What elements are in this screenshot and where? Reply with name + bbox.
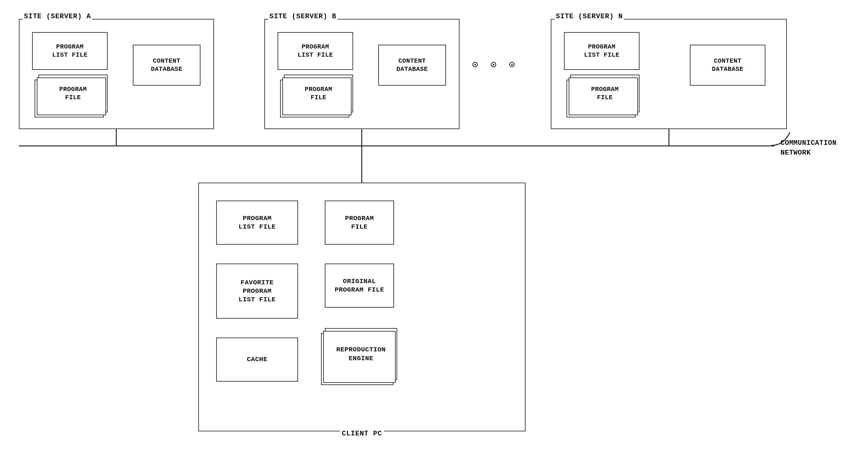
server-a-box: SITE (SERVER) A PROGRAMLIST FILE PROGRAM… (19, 19, 214, 129)
connector-server-n (669, 129, 670, 146)
server-n-program-file: PROGRAMFILE (570, 74, 640, 113)
server-b-label: SITE (SERVER) B (268, 12, 338, 21)
server-b-program-file: PROGRAMFILE (284, 74, 353, 113)
server-n-label: SITE (SERVER) N (555, 12, 624, 21)
client-program-list-file: PROGRAMLIST FILE (216, 201, 298, 245)
comm-network-line (19, 146, 774, 146)
client-pc-box: CLIENT PC PROGRAMLIST FILE PROGRAMFILE F… (198, 183, 526, 431)
client-program-file: PROGRAMFILE (325, 201, 394, 245)
server-b-content-database: CONTENTDATABASE (378, 45, 446, 86)
comm-network-label: COMMUNICATIONNETWORK (780, 139, 837, 158)
client-original-program-file: ORIGINALPROGRAM FILE (325, 264, 394, 308)
diagram: SITE (SERVER) A PROGRAMLIST FILE PROGRAM… (0, 0, 868, 460)
server-n-box: SITE (SERVER) N PROGRAMLIST FILE PROGRAM… (551, 19, 787, 129)
client-favorite-program-list-file: FAVORITEPROGRAMLIST FILE (216, 264, 298, 319)
server-a-label: SITE (SERVER) A (23, 12, 92, 21)
client-reproduction-engine: REPRODUCTIONENGINE (325, 328, 397, 380)
server-n-program-list-file: PROGRAMLIST FILE (564, 32, 640, 70)
server-a-content-database: CONTENTDATABASE (133, 45, 200, 86)
client-pc-label: CLIENT PC (340, 430, 384, 438)
connector-server-b (361, 129, 362, 146)
server-a-program-list-file: PROGRAMLIST FILE (32, 32, 107, 70)
connector-client (361, 146, 362, 183)
server-b-program-list-file: PROGRAMLIST FILE (278, 32, 353, 70)
ellipsis-dots: ⊙ ⊙ ⊙ (472, 58, 518, 71)
server-n-content-database: CONTENTDATABASE (690, 45, 766, 86)
client-cache: CACHE (216, 338, 298, 381)
server-b-box: SITE (SERVER) B PROGRAMLIST FILE PROGRAM… (265, 19, 460, 129)
connector-server-a (116, 129, 117, 146)
server-a-program-file: PROGRAMFILE (38, 74, 107, 113)
